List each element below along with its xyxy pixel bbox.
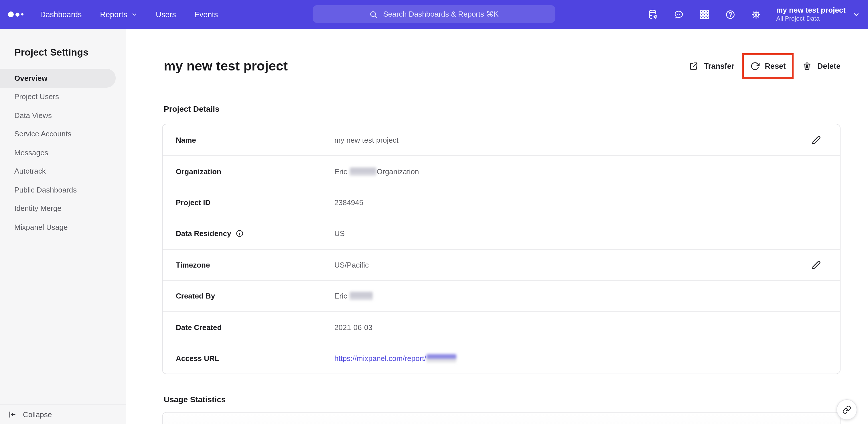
sidebar-item-label: Messages (0, 148, 49, 157)
chevron-down-icon (852, 11, 860, 19)
detail-row-timezone: TimezoneUS/Pacific (163, 249, 840, 280)
edit-pencil-icon (811, 135, 821, 145)
data-residency-info-trigger[interactable] (235, 229, 244, 238)
reset-button[interactable]: Reset (750, 61, 786, 71)
detail-label-date-created: Date Created (176, 323, 334, 332)
page-title: my new test project (164, 58, 288, 74)
settings-gear-button[interactable] (750, 9, 761, 20)
sidebar-item-autotrack[interactable]: Autotrack (0, 162, 126, 180)
detail-row-project-id: Project ID2384945 (163, 187, 840, 218)
reset-label: Reset (765, 62, 786, 70)
search-placeholder: Search Dashboards & Reports ⌘K (383, 10, 498, 18)
nav-link-label: Dashboards (40, 10, 82, 19)
collapse-button[interactable]: Collapse (0, 404, 126, 424)
collapse-icon-wrap (8, 410, 17, 419)
nav-link-reports[interactable]: Reports (100, 10, 138, 19)
collapse-icon (8, 410, 17, 419)
project-selector-text: my new test project All Project Data (776, 6, 846, 23)
search-input[interactable]: Search Dashboards & Reports ⌘K (313, 5, 555, 23)
project-selector-name: my new test project (776, 6, 846, 15)
sidebar-item-public-dashboards[interactable]: Public Dashboards (0, 180, 126, 199)
mixpanel-logo[interactable] (8, 11, 28, 17)
top-navbar: DashboardsReportsUsersEvents Search Dash… (0, 0, 868, 29)
nav-link-label: Reports (100, 10, 127, 19)
detail-row-organization: OrganizationEric Organization (163, 156, 840, 187)
sidebar-item-label: Identity Merge (0, 204, 62, 213)
detail-label-project-id: Project ID (176, 198, 334, 207)
redacted-text (427, 354, 457, 363)
detail-label-access-url: Access URL (176, 354, 334, 363)
link-icon-wrap (842, 405, 851, 415)
sidebar-item-label: Mixpanel Usage (0, 223, 68, 231)
sidebar-item-data-views[interactable]: Data Views (0, 106, 126, 124)
nav-link-users[interactable]: Users (156, 10, 176, 19)
link-icon (842, 405, 851, 414)
primary-nav: DashboardsReportsUsersEvents (40, 10, 218, 19)
sidebar-item-label: Data Views (0, 111, 52, 120)
sidebar-item-mixpanel-usage[interactable]: Mixpanel Usage (0, 218, 126, 236)
detail-value-data-residency: US (334, 229, 345, 238)
usage-statistics-heading: Usage Statistics (164, 395, 225, 404)
nav-link-label: Users (156, 10, 176, 19)
detail-value-organization: Eric Organization (334, 167, 419, 176)
detail-value-timezone: US/Pacific (334, 261, 369, 269)
project-details-heading: Project Details (164, 104, 220, 113)
detail-label-timezone: Timezone (176, 261, 334, 269)
transfer-button[interactable]: Transfer (689, 61, 735, 71)
mixpanel-project-settings-page: DashboardsReportsUsersEvents Search Dash… (0, 0, 868, 424)
sidebar-item-label: Public Dashboards (0, 186, 77, 194)
navbar-icon-row (647, 9, 761, 20)
detail-value-project-id: 2384945 (334, 198, 363, 207)
delete-button[interactable]: Delete (802, 61, 840, 71)
navbar-left-group: DashboardsReportsUsersEvents (8, 0, 218, 29)
delete-label: Delete (817, 62, 840, 70)
detail-row-access-url: Access URLhttps://mixpanel.com/report/ (163, 342, 840, 374)
nav-link-dashboards[interactable]: Dashboards (40, 10, 82, 19)
sidebar-item-overview[interactable]: Overview (0, 69, 116, 87)
sidebar-item-identity-merge[interactable]: Identity Merge (0, 199, 126, 218)
reset-icon (750, 61, 760, 71)
logo-dot-medium (16, 12, 20, 16)
search-icon-wrap (369, 9, 378, 19)
access-url-link[interactable]: https://mixpanel.com/report/ (334, 354, 426, 363)
data-management-icon (647, 9, 658, 20)
detail-label-created-by: Created By (176, 292, 334, 300)
detail-value-name: my new test project (334, 136, 399, 144)
sidebar-item-service-accounts[interactable]: Service Accounts (0, 124, 126, 143)
sidebar: Project Settings OverviewProject UsersDa… (0, 29, 126, 424)
help-icon (724, 9, 736, 20)
help-button[interactable] (724, 9, 736, 20)
detail-label-name: Name (176, 136, 334, 144)
delete-icon (802, 61, 812, 71)
edit-pencil-icon (811, 260, 821, 270)
detail-value-access-url: https://mixpanel.com/report/ (334, 354, 457, 363)
data-management-button[interactable] (647, 9, 658, 20)
sidebar-item-label: Service Accounts (0, 130, 71, 138)
project-details-card: Namemy new test projectOrganizationEric … (162, 124, 840, 374)
chevron-down-icon (131, 11, 137, 18)
info-icon (235, 229, 244, 238)
main-content: my new test project TransferResetDelete … (126, 29, 868, 424)
nav-link-events[interactable]: Events (194, 10, 218, 19)
share-link-button[interactable] (837, 399, 857, 420)
logo-dot-large (8, 11, 14, 17)
sidebar-title: Project Settings (14, 47, 89, 58)
usage-statistics-card (162, 412, 840, 424)
sidebar-item-project-users[interactable]: Project Users (0, 87, 126, 106)
project-selector[interactable]: my new test project All Project Data (776, 6, 860, 23)
detail-row-data-residency: Data ResidencyUS (163, 218, 840, 249)
transfer-label: Transfer (704, 62, 735, 70)
detail-row-created-by: Created ByEric (163, 280, 840, 311)
apps-grid-button[interactable] (699, 9, 710, 20)
edit-timezone-button[interactable] (811, 260, 821, 270)
sidebar-item-messages[interactable]: Messages (0, 143, 126, 162)
feedback-button[interactable] (673, 9, 684, 20)
detail-row-name: Namemy new test project (163, 124, 840, 156)
edit-name-button[interactable] (811, 135, 821, 145)
search-icon (369, 10, 378, 19)
apps-grid-icon (699, 9, 710, 20)
detail-value-date-created: 2021-06-03 (334, 323, 372, 332)
detail-row-date-created: Date Created2021-06-03 (163, 311, 840, 343)
sidebar-item-label: Autotrack (0, 167, 46, 176)
annotation-highlight-box: Reset (742, 53, 794, 79)
